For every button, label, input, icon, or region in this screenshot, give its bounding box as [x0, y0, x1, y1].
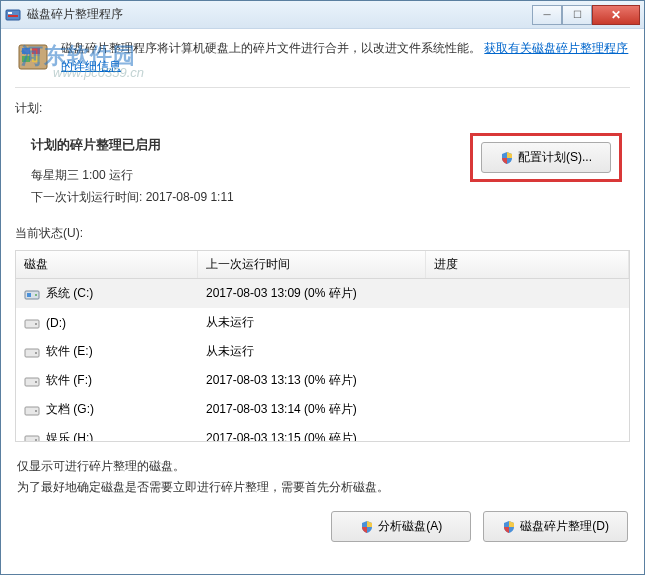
- action-bar: 分析磁盘(A) 磁盘碎片整理(D): [1, 501, 644, 542]
- schedule-status-title: 计划的碎片整理已启用: [31, 133, 234, 158]
- footer-line2: 为了最好地确定磁盘是否需要立即进行碎片整理，需要首先分析磁盘。: [17, 477, 628, 497]
- footer-line1: 仅显示可进行碎片整理的磁盘。: [17, 456, 628, 476]
- drive-icon: [24, 316, 40, 330]
- schedule-info: 计划的碎片整理已启用 每星期三 1:00 运行 下一次计划运行时间: 2017-…: [31, 133, 234, 209]
- progress-cell: [426, 321, 629, 325]
- svg-rect-19: [25, 436, 39, 443]
- lastrun-cell: 2017-08-03 13:13 (0% 碎片): [198, 370, 426, 391]
- disk-cell: 系统 (C:): [16, 283, 198, 304]
- disk-cell: 软件 (E:): [16, 341, 198, 362]
- disk-cell: 娱乐 (H:): [16, 428, 198, 442]
- drive-icon: [24, 432, 40, 443]
- progress-cell: [426, 350, 629, 354]
- progress-cell: [426, 437, 629, 441]
- lastrun-cell: 2017-08-03 13:14 (0% 碎片): [198, 399, 426, 420]
- minimize-button[interactable]: ─: [532, 5, 562, 25]
- highlight-annotation: 配置计划(S)...: [470, 133, 622, 182]
- lastrun-cell: 2017-08-03 13:09 (0% 碎片): [198, 283, 426, 304]
- svg-point-12: [35, 323, 37, 325]
- column-header-disk[interactable]: 磁盘: [16, 251, 198, 278]
- svg-rect-5: [32, 48, 40, 54]
- schedule-next-run: 下一次计划运行时间: 2017-08-09 1:11: [31, 186, 234, 209]
- svg-rect-9: [27, 293, 31, 297]
- progress-cell: [426, 379, 629, 383]
- shield-icon: [500, 151, 514, 165]
- disk-name: 系统 (C:): [46, 285, 93, 302]
- system-drive-icon: [24, 287, 40, 301]
- analyze-btn-label: 分析磁盘(A): [378, 518, 442, 535]
- defrag-icon: [15, 39, 51, 75]
- disk-name: 软件 (E:): [46, 343, 93, 360]
- close-button[interactable]: ✕: [592, 5, 640, 25]
- svg-point-10: [35, 294, 37, 296]
- header-section: 磁盘碎片整理程序将计算机硬盘上的碎片文件进行合并，以改进文件系统性能。 获取有关…: [1, 29, 644, 83]
- header-description: 磁盘碎片整理程序将计算机硬盘上的碎片文件进行合并，以改进文件系统性能。 获取有关…: [61, 39, 630, 75]
- disk-name: 娱乐 (H:): [46, 430, 93, 442]
- progress-cell: [426, 292, 629, 296]
- disk-cell: 软件 (F:): [16, 370, 198, 391]
- disk-cell: 文档 (G:): [16, 399, 198, 420]
- svg-rect-1: [8, 12, 12, 14]
- divider: [15, 87, 630, 88]
- titlebar[interactable]: 磁盘碎片整理程序 ─ ☐ ✕: [1, 1, 644, 29]
- drive-icon: [24, 345, 40, 359]
- drive-icon: [24, 374, 40, 388]
- shield-icon: [502, 520, 516, 534]
- window-title: 磁盘碎片整理程序: [27, 6, 532, 23]
- column-header-lastrun[interactable]: 上一次运行时间: [198, 251, 426, 278]
- svg-point-18: [35, 410, 37, 412]
- schedule-section-label: 计划:: [1, 92, 644, 121]
- table-body: 系统 (C:)2017-08-03 13:09 (0% 碎片)(D:)从未运行软…: [16, 279, 629, 442]
- configure-btn-label: 配置计划(S)...: [518, 149, 592, 166]
- table-row[interactable]: 系统 (C:)2017-08-03 13:09 (0% 碎片): [16, 279, 629, 308]
- status-section-label: 当前状态(U):: [1, 217, 644, 246]
- footer-text: 仅显示可进行碎片整理的磁盘。 为了最好地确定磁盘是否需要立即进行碎片整理，需要首…: [1, 446, 644, 501]
- disk-name: (D:): [46, 316, 66, 330]
- configure-schedule-button[interactable]: 配置计划(S)...: [481, 142, 611, 173]
- schedule-box: 计划的碎片整理已启用 每星期三 1:00 运行 下一次计划运行时间: 2017-…: [1, 121, 644, 217]
- maximize-button[interactable]: ☐: [562, 5, 592, 25]
- disk-cell: (D:): [16, 314, 198, 332]
- app-icon-small: [5, 7, 21, 23]
- content-area: 磁盘碎片整理程序将计算机硬盘上的碎片文件进行合并，以改进文件系统性能。 获取有关…: [1, 29, 644, 574]
- svg-rect-6: [22, 56, 30, 62]
- defrag-disk-button[interactable]: 磁盘碎片整理(D): [483, 511, 628, 542]
- table-row[interactable]: 软件 (E:)从未运行: [16, 337, 629, 366]
- analyze-disk-button[interactable]: 分析磁盘(A): [331, 511, 471, 542]
- shield-icon: [360, 520, 374, 534]
- column-header-progress[interactable]: 进度: [426, 251, 629, 278]
- svg-point-16: [35, 381, 37, 383]
- disk-name: 软件 (F:): [46, 372, 92, 389]
- defrag-btn-label: 磁盘碎片整理(D): [520, 518, 609, 535]
- disk-name: 文档 (G:): [46, 401, 94, 418]
- window-controls: ─ ☐ ✕: [532, 5, 640, 25]
- table-row[interactable]: (D:)从未运行: [16, 308, 629, 337]
- svg-point-14: [35, 352, 37, 354]
- lastrun-cell: 从未运行: [198, 341, 426, 362]
- table-header: 磁盘 上一次运行时间 进度: [16, 251, 629, 279]
- window-frame: 磁盘碎片整理程序 ─ ☐ ✕ 磁盘碎片整理程序将计算机硬盘上的碎片文件进行合并，…: [0, 0, 645, 575]
- progress-cell: [426, 408, 629, 412]
- drive-icon: [24, 403, 40, 417]
- svg-rect-2: [8, 15, 18, 17]
- svg-rect-4: [22, 48, 30, 54]
- svg-point-20: [35, 439, 37, 441]
- lastrun-cell: 从未运行: [198, 312, 426, 333]
- disk-table: 磁盘 上一次运行时间 进度 系统 (C:)2017-08-03 13:09 (0…: [15, 250, 630, 442]
- lastrun-cell: 2017-08-03 13:15 (0% 碎片): [198, 428, 426, 442]
- table-row[interactable]: 娱乐 (H:)2017-08-03 13:15 (0% 碎片): [16, 424, 629, 442]
- table-row[interactable]: 软件 (F:)2017-08-03 13:13 (0% 碎片): [16, 366, 629, 395]
- header-desc-text: 磁盘碎片整理程序将计算机硬盘上的碎片文件进行合并，以改进文件系统性能。: [61, 41, 481, 55]
- svg-rect-7: [32, 56, 40, 62]
- table-row[interactable]: 文档 (G:)2017-08-03 13:14 (0% 碎片): [16, 395, 629, 424]
- schedule-time: 每星期三 1:00 运行: [31, 164, 234, 187]
